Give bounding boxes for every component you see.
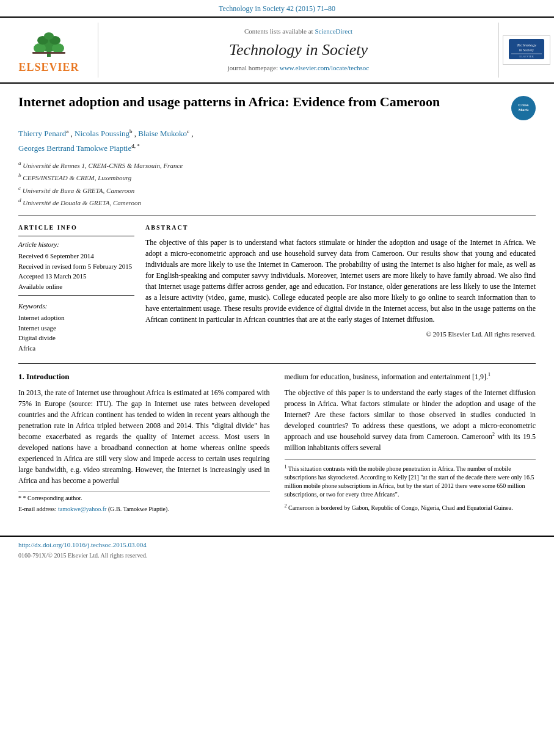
footnote-1: 1 This situation contrasts with the mobi… — [285, 463, 536, 499]
affiliations: a Université de Rennes 1, CREM-CNRS & Ma… — [18, 159, 536, 208]
footnote-2-marker: 2 — [285, 503, 287, 509]
authors-line-2: Georges Bertrand Tamokwe Piaptied, * — [18, 142, 536, 154]
journal-logo-right: Technology in Society ELSEVIER — [499, 23, 554, 78]
citation-bar: Technology in Society 42 (2015) 71–80 — [0, 0, 554, 16]
corresponding-note: * * Corresponding author. E-mail address… — [18, 491, 270, 514]
footnote-2: 2 Cameroon is bordered by Gabon, Republi… — [285, 503, 536, 512]
affil-3-sup: c — [18, 185, 21, 191]
article-info-divider — [18, 236, 134, 236]
journal-logo-box: Technology in Society ELSEVIER — [503, 35, 550, 65]
keyword-3: Digital divide — [18, 333, 134, 343]
article-title: Internet adoption and usage patterns in … — [18, 93, 505, 111]
author-2-sup: b — [129, 128, 133, 134]
author-4-sup: d, * — [131, 143, 140, 149]
para1-right-text: medium for education, business, informat… — [285, 373, 489, 381]
journal-logo-icon: Technology in Society ELSEVIER — [508, 38, 545, 60]
keyword-1: Internet adoption — [18, 313, 134, 322]
keywords-label: Keywords: — [18, 302, 134, 311]
keywords-divider — [18, 295, 134, 296]
svg-text:ELSEVIER: ELSEVIER — [519, 55, 534, 58]
footer-issn: 0160-791X/© 2015 Elsevier Ltd. All right… — [18, 551, 536, 560]
footnote-1-ref: 1 — [488, 372, 490, 377]
sciencedirect-link[interactable]: ScienceDirect — [315, 27, 352, 35]
email-line: E-mail address: tamokwe@yahoo.fr (G.B. T… — [18, 505, 270, 514]
corresponding-label: * * Corresponding author. — [18, 494, 270, 503]
email-prefix: E-mail address: — [18, 506, 58, 512]
journal-homepage: journal homepage: www.elsevier.com/locat… — [98, 64, 498, 73]
email-suffix: (G.B. Tamokwe Piaptie). — [106, 506, 169, 512]
affil-4: d Université de Douala & GRETA, Cameroon — [18, 196, 536, 208]
intro-para1: In 2013, the rate of Internet use throug… — [18, 387, 270, 486]
copyright-line: © 2015 Elsevier Ltd. All rights reserved… — [145, 330, 536, 339]
elsevier-tree-icon — [21, 25, 76, 59]
elsevier-brand-text: ELSEVIER — [18, 60, 79, 75]
citation-text: Technology in Society 42 (2015) 71–80 — [219, 4, 335, 13]
keyword-2: Internet usage — [18, 324, 134, 333]
footnote-1-text: This situation contrasts with the mobile… — [285, 465, 534, 498]
homepage-prefix: journal homepage: — [228, 64, 280, 71]
affil-1: a Université de Rennes 1, CREM-CNRS & Ma… — [18, 159, 536, 171]
footnotes-area: 1 This situation contrasts with the mobi… — [285, 459, 536, 513]
author-3-sup: c — [187, 128, 189, 134]
article-area: Internet adoption and usage patterns in … — [0, 84, 554, 526]
footnote-2-text: Cameroon is bordered by Gabon, Republic … — [288, 505, 513, 512]
available-online: Available online — [18, 282, 134, 291]
crossmark-text: CrossMark — [518, 103, 528, 112]
crossmark-icon: CrossMark — [511, 96, 536, 120]
info-abstract-cols: ARTICLE INFO Article history: Received 6… — [18, 216, 536, 354]
author-3: Blaise Mukokoc , — [138, 129, 193, 138]
author-1-name[interactable]: Thierry Penard — [18, 129, 66, 138]
author-2: Nicolas Poussingb , — [75, 129, 136, 138]
author-3-name[interactable]: Blaise Mukoko — [138, 129, 187, 138]
abstract-col: ABSTRACT The objective of this paper is … — [145, 224, 536, 354]
svg-rect-8 — [32, 52, 65, 54]
body-right-col: medium for education, business, informat… — [285, 371, 536, 516]
svg-text:in Society: in Society — [519, 48, 534, 52]
history-label: Article history: — [18, 240, 134, 249]
keyword-4: Africa — [18, 344, 134, 353]
svg-point-2 — [34, 43, 46, 53]
abstract-text: The objective of this paper is to unders… — [145, 237, 536, 325]
elsevier-logo: ELSEVIER — [18, 25, 79, 75]
article-info-header: ARTICLE INFO — [18, 224, 134, 232]
revised-date: Received in revised form 5 February 2015 — [18, 262, 134, 271]
journal-title: Technology in Society — [98, 39, 498, 61]
author-1-sup: a — [66, 128, 68, 134]
svg-text:Technology: Technology — [517, 43, 537, 48]
contents-prefix: Contents lists available at — [244, 27, 315, 35]
intro-para2-right: The objective of this paper is to unders… — [285, 387, 536, 453]
page: Technology in Society 42 (2015) 71–80 — [0, 0, 554, 756]
affil-2: b CEPS/INSTEAD & CREM, Luxembourg — [18, 171, 536, 183]
author-4-name[interactable]: Georges Bertrand Tamokwe Piaptie — [18, 144, 131, 153]
received-date: Received 6 September 2014 — [18, 252, 134, 261]
sciencedirect-line: Contents lists available at ScienceDirec… — [98, 27, 498, 36]
affil-1-sup: a — [18, 160, 21, 166]
authors-line: Thierry Penarda , Nicolas Poussingb , Bl… — [18, 128, 536, 140]
crossmark-badge[interactable]: CrossMark — [511, 96, 536, 120]
svg-point-3 — [52, 43, 64, 53]
journal-info-center: Contents lists available at ScienceDirec… — [98, 23, 499, 78]
elsevier-logo-area: ELSEVIER — [0, 23, 98, 78]
intro-section-title: 1. Introduction — [18, 371, 270, 382]
abstract-header: ABSTRACT — [145, 224, 536, 232]
accepted-date: Accepted 13 March 2015 — [18, 272, 134, 281]
svg-point-6 — [44, 32, 54, 40]
footnote-1-marker: 1 — [285, 464, 287, 470]
affil-2-sup: b — [18, 172, 21, 178]
intro-section-num: 1. — [18, 372, 24, 381]
intro-para1-right: medium for education, business, informat… — [285, 371, 536, 382]
affil-3: c Université de Buea & GRETA, Cameroon — [18, 184, 536, 196]
page-footer: http://dx.doi.org/10.1016/j.techsoc.2015… — [0, 536, 554, 563]
author-2-name[interactable]: Nicolas Poussing — [75, 129, 129, 138]
homepage-url[interactable]: www.elsevier.com/locate/techsoc — [280, 64, 370, 71]
email-link[interactable]: tamokwe@yahoo.fr — [58, 506, 106, 512]
article-info-col: ARTICLE INFO Article history: Received 6… — [18, 224, 134, 354]
body-two-col: 1. Introduction In 2013, the rate of Int… — [18, 371, 536, 516]
intro-section-title-text: Introduction — [26, 372, 70, 381]
body-left-col: 1. Introduction In 2013, the rate of Int… — [18, 371, 270, 516]
journal-header: ELSEVIER Contents lists available at Sci… — [0, 16, 554, 84]
doi-link[interactable]: http://dx.doi.org/10.1016/j.techsoc.2015… — [18, 540, 536, 550]
article-title-row: Internet adoption and usage patterns in … — [18, 93, 536, 120]
author-4: Georges Bertrand Tamokwe Piaptied, * — [18, 144, 140, 153]
body-divider — [18, 363, 536, 364]
